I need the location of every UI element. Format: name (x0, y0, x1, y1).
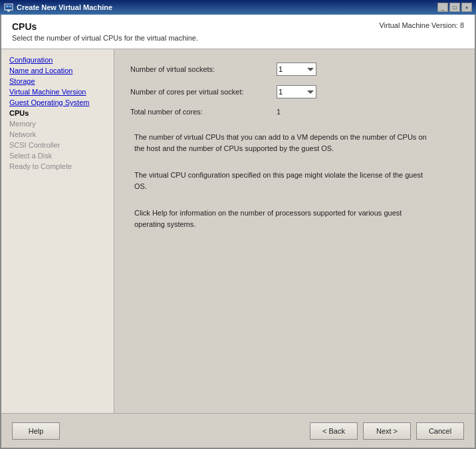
sidebar-item-guest-os[interactable]: Guest Operating System (1, 97, 114, 108)
sockets-row: Number of virtual sockets: 1248 (130, 63, 459, 76)
vm-title-icon (4, 3, 13, 12)
sockets-dropdown[interactable]: 1248 (277, 63, 316, 76)
content-area: ConfigurationName and LocationStorageVir… (1, 49, 475, 413)
sockets-control[interactable]: 1248 (277, 63, 316, 76)
svg-rect-1 (6, 5, 9, 7)
back-button[interactable]: < Back (310, 422, 358, 440)
svg-rect-2 (9, 5, 11, 7)
sidebar-item-ready-complete: Ready to Complete (1, 161, 114, 172)
footer-right: < Back Next > Cancel (310, 422, 464, 440)
sidebar-item-select-disk: Select a Disk (1, 150, 114, 161)
main-panel: Number of virtual sockets: 1248 Number o… (114, 49, 475, 413)
vm-version-label: Virtual Machine Version: 8 (379, 21, 464, 29)
sidebar-item-vm-version[interactable]: Virtual Machine Version (1, 86, 114, 97)
sidebar-item-scsi-controller: SCSI Controller (1, 140, 114, 150)
info-text-2: The virtual CPU configuration specified … (134, 171, 423, 190)
sockets-label: Number of virtual sockets: (130, 65, 277, 73)
header-left: CPUs Select the number of virtual CPUs f… (12, 21, 198, 42)
sidebar-item-network: Network (1, 129, 114, 140)
info-text-1: The number of virtual CPUs that you can … (134, 133, 427, 152)
help-button[interactable]: Help (12, 422, 60, 440)
cores-dropdown[interactable]: 1248 (277, 85, 316, 98)
sidebar-item-storage[interactable]: Storage (1, 76, 114, 86)
total-label: Total number of cores: (130, 108, 277, 116)
info-box-1: The number of virtual CPUs that you can … (130, 128, 436, 158)
cores-row: Number of cores per virtual socket: 1248 (130, 85, 459, 98)
close-button[interactable]: × (461, 3, 472, 12)
footer: Help < Back Next > Cancel (1, 413, 475, 448)
total-row: Total number of cores: 1 (130, 108, 459, 116)
sidebar-item-configuration[interactable]: Configuration (1, 55, 114, 65)
page-title: CPUs (12, 21, 198, 32)
sidebar-item-cpus: CPUs (1, 108, 114, 118)
sidebar: ConfigurationName and LocationStorageVir… (1, 49, 114, 413)
total-value: 1 (277, 108, 281, 116)
cores-label: Number of cores per virtual socket: (130, 88, 277, 96)
info-text-3: Click Help for information on the number… (134, 209, 402, 228)
minimize-button[interactable]: _ (437, 3, 448, 12)
sidebar-item-name-location[interactable]: Name and Location (1, 65, 114, 76)
maximize-button[interactable]: □ (449, 3, 460, 12)
title-bar: Create New Virtual Machine _ □ × (0, 0, 476, 15)
info-box-2: The virtual CPU configuration specified … (130, 166, 436, 196)
cores-control[interactable]: 1248 (277, 85, 316, 98)
info-box-3: Click Help for information on the number… (130, 204, 436, 233)
main-window: CPUs Select the number of virtual CPUs f… (0, 15, 476, 449)
sidebar-item-memory: Memory (1, 118, 114, 129)
header-section: CPUs Select the number of virtual CPUs f… (1, 15, 475, 49)
next-button[interactable]: Next > (363, 422, 411, 440)
title-bar-text: Create New Virtual Machine (17, 3, 112, 11)
page-subtitle: Select the number of virtual CPUs for th… (12, 34, 198, 42)
title-bar-buttons[interactable]: _ □ × (437, 3, 472, 12)
cancel-button[interactable]: Cancel (416, 422, 464, 440)
footer-left[interactable]: Help (12, 422, 60, 440)
